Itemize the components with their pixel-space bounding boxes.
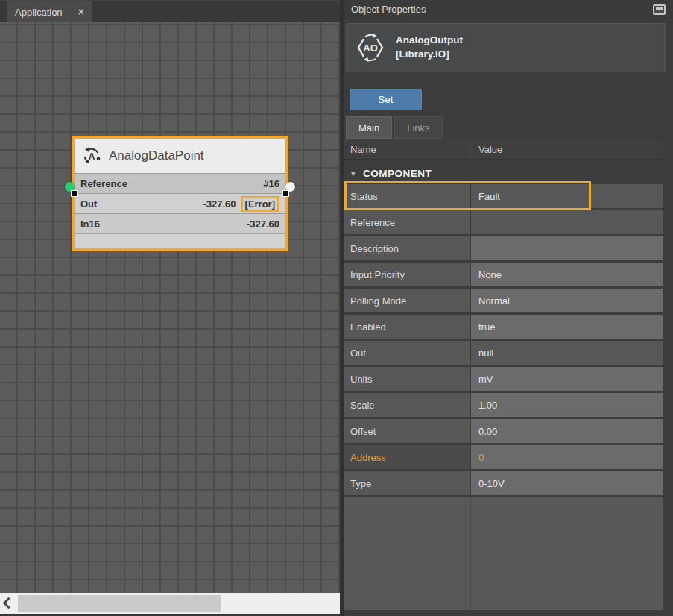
property-row-scale[interactable]: Scale1.00: [344, 393, 663, 419]
property-name: Out: [344, 341, 471, 365]
scrollbar-left-arrow-icon[interactable]: [3, 597, 15, 609]
column-header-name[interactable]: Name: [344, 139, 471, 159]
object-properties-pane: Object Properties AO AnalogOutput [Libra…: [344, 0, 673, 616]
property-row-description[interactable]: Description: [344, 236, 663, 263]
resize-handle-right[interactable]: [282, 190, 289, 197]
property-value[interactable]: [471, 210, 663, 234]
set-button[interactable]: Set: [350, 89, 422, 110]
property-row-polling-mode[interactable]: Polling ModeNormal: [344, 289, 663, 315]
property-name: Offset: [344, 419, 471, 443]
object-properties-titlebar: Object Properties: [344, 0, 673, 19]
svg-text:AO: AO: [363, 43, 378, 54]
property-row-offset[interactable]: Offset0.00: [344, 419, 663, 445]
tab-application[interactable]: Application ×: [7, 1, 92, 22]
collapse-triangle-icon[interactable]: ▾: [351, 169, 356, 178]
property-row-reference[interactable]: Reference: [344, 210, 663, 236]
resize-handle-left[interactable]: [71, 190, 78, 197]
property-value[interactable]: 0.00: [471, 419, 663, 443]
node-slot-value: -327.60: [247, 219, 279, 230]
object-library: [Library.IO]: [396, 48, 463, 62]
property-name: Enabled: [344, 315, 471, 339]
property-row-out[interactable]: Outnull: [344, 341, 663, 367]
section-component-label: COMPONENT: [363, 168, 432, 179]
property-value[interactable]: null: [471, 341, 663, 365]
tab-links[interactable]: Links: [394, 116, 442, 139]
property-name: Scale: [344, 393, 471, 417]
property-name: Input Priority: [344, 263, 471, 286]
node-title: AnalogDataPoint: [109, 148, 204, 163]
property-value[interactable]: 0-10V: [471, 471, 663, 495]
property-row-enabled[interactable]: Enabledtrue: [344, 315, 663, 341]
window-dock-icon[interactable]: [653, 4, 666, 15]
property-row-units[interactable]: UnitsmV: [344, 367, 663, 393]
scrollbar-thumb[interactable]: [18, 595, 221, 612]
property-name: Type: [344, 471, 471, 495]
tab-main[interactable]: Main: [346, 116, 392, 139]
property-value[interactable]: 1.00: [471, 393, 663, 417]
property-row-input-priority[interactable]: Input PriorityNone: [344, 263, 663, 289]
error-badge: [Error]: [241, 196, 279, 212]
node-slot-right: -327.60: [247, 219, 279, 230]
wiresheet-canvas[interactable]: A AnalogDataPoint Reference#16Out-327.60…: [0, 22, 340, 594]
node-slot-right: #16: [263, 178, 279, 189]
horizontal-scrollbar[interactable]: [0, 593, 344, 614]
property-name: Polling Mode: [344, 289, 471, 312]
node-row-out[interactable]: Out-327.60[Error]: [75, 193, 285, 213]
property-name: Units: [344, 367, 471, 391]
node-slot-right: -327.60[Error]: [203, 196, 279, 212]
property-row-status[interactable]: StatusFault: [344, 184, 663, 210]
tab-close-icon[interactable]: ×: [78, 7, 84, 17]
object-properties-title: Object Properties: [351, 4, 426, 15]
document-tab-bar: Application ×: [0, 1, 340, 22]
property-name: Description: [344, 236, 471, 260]
property-value[interactable]: true: [471, 315, 663, 339]
svg-text:A: A: [89, 151, 95, 162]
node-slot-value: -327.60: [203, 198, 236, 210]
node-slot-name: In16: [80, 219, 100, 230]
node-slot-value: #16: [263, 178, 279, 189]
analog-output-icon: AO: [355, 33, 386, 63]
property-grid-header: Name Value: [344, 139, 663, 160]
analog-point-icon: A: [82, 146, 101, 166]
property-grid: ▾ COMPONENT StatusFaultReferenceDescript…: [344, 162, 663, 610]
property-name: Reference: [344, 210, 471, 234]
node-rows: Reference#16Out-327.60[Error]In16-327.60: [75, 173, 285, 233]
section-component[interactable]: ▾ COMPONENT: [344, 162, 663, 184]
property-value[interactable]: None: [471, 263, 663, 286]
column-header-value[interactable]: Value: [471, 144, 502, 155]
property-value[interactable]: Fault: [471, 184, 663, 208]
selected-object-header: AO AnalogOutput [Library.IO]: [346, 23, 666, 72]
node-analogdatapoint[interactable]: A AnalogDataPoint Reference#16Out-327.60…: [72, 136, 288, 251]
node-row-reference[interactable]: Reference#16: [75, 173, 285, 193]
node-footer: [75, 233, 285, 248]
node-slot-name: Reference: [80, 178, 127, 189]
property-name: Status: [344, 184, 471, 208]
properties-tabs: Main Links: [346, 116, 443, 139]
property-row-address[interactable]: Address0: [344, 445, 663, 471]
property-value[interactable]: mV: [471, 367, 663, 391]
tab-application-label: Application: [15, 7, 63, 18]
property-value[interactable]: [471, 236, 663, 260]
node-row-in16[interactable]: In16-327.60: [75, 213, 285, 233]
object-name: AnalogOutput: [396, 34, 463, 48]
property-value[interactable]: Normal: [471, 289, 663, 312]
node-header[interactable]: A AnalogDataPoint: [75, 139, 285, 173]
node-slot-name: Out: [80, 198, 97, 210]
property-name: Address: [344, 445, 471, 469]
property-value[interactable]: 0: [471, 445, 663, 469]
wiresheet-pane: Application × A AnalogDataPoint Referenc…: [0, 0, 340, 616]
property-row-type[interactable]: Type0-10V: [344, 471, 663, 497]
